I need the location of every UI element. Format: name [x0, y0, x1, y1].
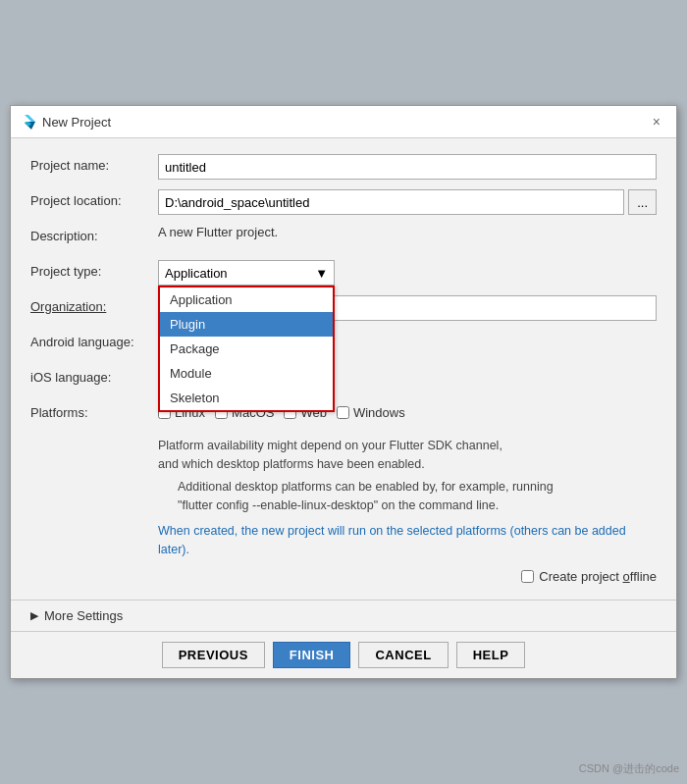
platform-note3: When created, the new project will run o…: [30, 522, 657, 559]
offline-underline: o: [623, 569, 630, 584]
previous-button[interactable]: PREVIOUS: [162, 642, 265, 668]
project-type-select[interactable]: Application ▼: [158, 260, 335, 286]
organization-row: Organization:: [30, 295, 657, 321]
help-button[interactable]: HELP: [456, 642, 526, 668]
location-row: ...: [158, 189, 657, 215]
svg-marker-0: [25, 115, 35, 122]
description-value: A new Flutter project.: [158, 221, 278, 239]
project-type-label: Project type:: [30, 260, 158, 279]
project-name-row: Project name:: [30, 154, 657, 180]
project-location-label: Project location:: [30, 189, 158, 208]
finish-button[interactable]: FINISH: [273, 642, 351, 668]
platforms-row: Platforms: Linux MacOS Web: [30, 401, 657, 427]
project-type-selected-value: Application: [165, 266, 228, 281]
description-label: Description:: [30, 225, 158, 243]
ios-language-row: iOS language: Swift: [30, 366, 657, 392]
dropdown-item-application[interactable]: Application: [160, 287, 333, 312]
more-settings-label: More Settings: [44, 608, 123, 623]
cancel-button[interactable]: CANCEL: [358, 642, 448, 668]
create-offline-label[interactable]: Create project offline: [521, 569, 657, 584]
more-settings[interactable]: ▶ More Settings: [11, 600, 676, 631]
platform-note2: Additional desktop platforms can be enab…: [30, 478, 657, 515]
project-type-row: Project type: Application ▼ Application …: [30, 260, 657, 286]
project-type-dropdown: Application Plugin Package Module Skelet…: [158, 286, 335, 412]
create-offline-row: Create project offline: [30, 569, 657, 584]
project-name-input[interactable]: [158, 154, 657, 180]
description-row: Description: A new Flutter project.: [30, 225, 657, 250]
project-name-label: Project name:: [30, 154, 158, 173]
android-language-label: Android language:: [30, 331, 158, 349]
form-content: Project name: Project location: ... Desc…: [11, 138, 676, 600]
dropdown-item-module[interactable]: Module: [160, 361, 333, 386]
android-language-row: Android language: Kotlin: [30, 331, 657, 356]
platforms-label: Platforms:: [30, 401, 158, 420]
dropdown-item-skeleton[interactable]: Skeleton: [160, 386, 333, 410]
project-location-input[interactable]: [158, 189, 624, 215]
windows-checkbox-label[interactable]: Windows: [337, 405, 405, 420]
browse-button[interactable]: ...: [628, 189, 657, 215]
windows-label: Windows: [353, 405, 405, 420]
flutter-icon: [21, 114, 36, 130]
project-name-field: [158, 154, 657, 180]
dropdown-item-package[interactable]: Package: [160, 337, 333, 361]
project-type-container: Application ▼ Application Plugin Package…: [158, 260, 657, 286]
ios-language-label: iOS language:: [30, 366, 158, 385]
platform-note1: Platform availability might depend on yo…: [30, 437, 657, 474]
bottom-bar: PREVIOUS FINISH CANCEL HELP: [11, 631, 676, 678]
create-offline-checkbox[interactable]: [521, 570, 534, 583]
dropdown-arrow-icon: ▼: [315, 266, 328, 281]
new-project-dialog: New Project × Project name: Project loca…: [10, 105, 677, 679]
description-field: A new Flutter project.: [158, 225, 657, 239]
organization-label: Organization:: [30, 295, 158, 314]
project-location-row: Project location: ...: [30, 189, 657, 215]
dialog-title: New Project: [42, 115, 641, 130]
project-type-field: Application ▼ Application Plugin Package…: [158, 260, 657, 286]
close-button[interactable]: ×: [647, 112, 666, 131]
title-bar: New Project ×: [11, 106, 676, 138]
windows-checkbox[interactable]: [337, 406, 349, 419]
more-settings-arrow-icon: ▶: [30, 609, 38, 622]
offline-rest: ffline: [630, 569, 657, 584]
dropdown-item-plugin[interactable]: Plugin: [160, 312, 333, 337]
watermark: CSDN @进击的code: [579, 761, 679, 776]
project-location-field: ...: [158, 189, 657, 215]
